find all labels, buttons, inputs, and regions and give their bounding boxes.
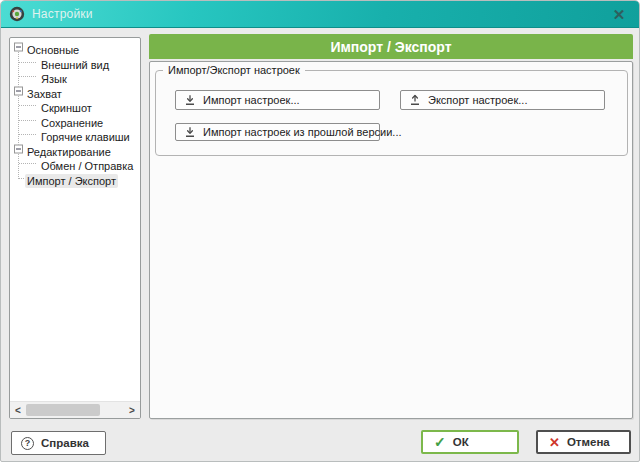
export-settings-label: Экспорт настроек... (428, 94, 527, 106)
collapse-minus-icon[interactable] (14, 144, 23, 153)
collapse-minus-icon[interactable] (14, 86, 23, 95)
tree-item-language[interactable]: Язык (10, 69, 140, 84)
import-previous-version-button[interactable]: Импорт настроек из прошлой версии... (175, 123, 380, 141)
tree-item-share-send[interactable]: Обмен / Отправка (10, 156, 140, 171)
close-icon[interactable]: ✕ (609, 5, 629, 25)
tree-item-hotkeys[interactable]: Горячие клавиши (10, 127, 140, 142)
import-export-group: Импорт/Экспорт настроек Импорт настроек.… (155, 64, 628, 156)
settings-tree: Основные Внешний вид Язык Захват Скриншо… (10, 40, 140, 185)
tree-horizontal-scrollbar[interactable]: < > (10, 401, 140, 418)
ok-button[interactable]: ✓ ОК (421, 430, 519, 454)
tree-item-capture[interactable]: Захват (10, 84, 140, 99)
tree-item-screenshot[interactable]: Скриншот (10, 98, 140, 113)
scroll-right-icon[interactable]: > (124, 402, 140, 419)
tree-item-import-export[interactable]: Импорт / Экспорт (10, 171, 140, 186)
group-title: Импорт/Экспорт настроек (163, 64, 305, 76)
window-title: Настройки (32, 7, 93, 21)
download-icon (184, 94, 196, 106)
tree-item-general[interactable]: Основные (10, 40, 140, 55)
help-button[interactable]: ? Справка (11, 431, 106, 455)
tree-item-appearance[interactable]: Внешний вид (10, 55, 140, 70)
app-gear-icon (9, 6, 25, 22)
import-settings-label: Импорт настроек... (203, 94, 300, 106)
cancel-button[interactable]: ✕ Отмена (536, 430, 631, 454)
settings-tree-panel: Основные Внешний вид Язык Захват Скриншо… (9, 37, 141, 419)
tree-item-editing[interactable]: Редактирование (10, 142, 140, 157)
scrollbar-thumb[interactable] (26, 404, 100, 416)
import-settings-button[interactable]: Импорт настроек... (175, 90, 380, 110)
scroll-left-icon[interactable]: < (10, 402, 26, 419)
tree-item-saving[interactable]: Сохранение (10, 113, 140, 128)
help-label: Справка (41, 437, 89, 449)
upload-icon (409, 94, 421, 106)
titlebar: Настройки ✕ (1, 1, 639, 28)
cancel-label: Отмена (567, 436, 610, 448)
ok-label: ОК (453, 436, 469, 448)
help-icon: ? (21, 437, 34, 450)
page-title: Импорт / Экспорт (149, 34, 633, 59)
import-previous-version-label: Импорт настроек из прошлой версии... (203, 126, 402, 138)
cancel-cross-icon: ✕ (549, 436, 560, 449)
collapse-minus-icon[interactable] (14, 43, 23, 52)
main-panel: Импорт/Экспорт настроек Импорт настроек.… (149, 61, 633, 419)
settings-window: Настройки ✕ Основные Внешний вид Язык За… (0, 0, 640, 462)
check-icon: ✓ (434, 435, 446, 449)
export-settings-button[interactable]: Экспорт настроек... (400, 90, 605, 110)
download-icon (184, 126, 196, 138)
